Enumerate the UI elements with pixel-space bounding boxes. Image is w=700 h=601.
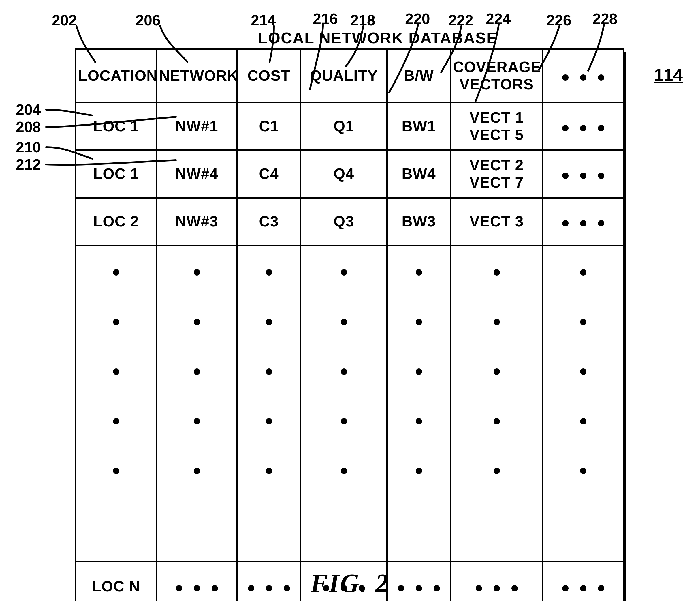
ref-224: 224 bbox=[486, 10, 511, 27]
ref-202: 202 bbox=[52, 11, 77, 29]
cell-bw: BW4 bbox=[387, 150, 451, 198]
ellipsis-icon bbox=[562, 125, 604, 131]
vdots-icon bbox=[240, 269, 298, 558]
ref-212: 212 bbox=[16, 156, 41, 173]
cell-coverage: VECT 2VECT 7 bbox=[451, 150, 543, 198]
col-coverage: COVERAGEVECTORS bbox=[451, 49, 543, 103]
col-location: LOCATION bbox=[76, 49, 156, 103]
ref-206: 206 bbox=[135, 11, 160, 29]
ref-220: 220 bbox=[405, 10, 430, 27]
ellipsis-icon bbox=[562, 172, 604, 179]
col-bw: B/W bbox=[387, 49, 451, 103]
ref-210: 210 bbox=[16, 139, 41, 156]
table-row: LOC 1 NW#1 C1 Q1 BW1 VECT 1VECT 5 bbox=[76, 103, 624, 150]
cell-quality: Q4 bbox=[301, 150, 387, 198]
cell-network: NW#3 bbox=[156, 198, 237, 245]
diagram-title: LOCAL NETWORK DATABASE bbox=[219, 29, 536, 47]
cell-location: LOC 1 bbox=[76, 103, 156, 150]
cell-bw: BW1 bbox=[387, 103, 451, 150]
vdots-icon bbox=[453, 269, 540, 558]
ellipsis-icon bbox=[562, 74, 604, 81]
cell-more bbox=[543, 103, 624, 150]
vdots-icon bbox=[159, 269, 235, 558]
ref-208: 208 bbox=[16, 118, 41, 136]
ref-214: 214 bbox=[251, 11, 276, 29]
ref-228: 228 bbox=[593, 10, 618, 27]
cell-coverage: VECT 3 bbox=[451, 198, 543, 245]
table-row: LOC 2 NW#3 C3 Q3 BW3 VECT 3 bbox=[76, 198, 624, 245]
col-cost: COST bbox=[237, 49, 301, 103]
ref-216: 216 bbox=[313, 10, 338, 27]
cell-cost: C1 bbox=[237, 103, 301, 150]
vdots-icon bbox=[78, 269, 154, 558]
ref-218: 218 bbox=[350, 11, 375, 29]
table-row: LOC 1 NW#4 C4 Q4 BW4 VECT 2VECT 7 bbox=[76, 150, 624, 198]
table-shadow bbox=[623, 52, 626, 601]
ref-204: 204 bbox=[16, 101, 41, 118]
vdots-icon bbox=[303, 269, 384, 558]
ellipsis-icon bbox=[562, 220, 604, 226]
database-table: LOCATION NETWORK COST QUALITY B/W COVERA… bbox=[75, 48, 623, 601]
cell-more bbox=[543, 198, 624, 245]
ref-226: 226 bbox=[546, 11, 571, 29]
header-row: LOCATION NETWORK COST QUALITY B/W COVERA… bbox=[76, 49, 624, 103]
cell-coverage: VECT 1VECT 5 bbox=[451, 103, 543, 150]
col-network: NETWORK bbox=[156, 49, 237, 103]
diagram-stage: LOCAL NETWORK DATABASE 114 202 206 214 2… bbox=[0, 0, 700, 601]
cell-location: LOC 2 bbox=[76, 198, 156, 245]
cell-cost: C3 bbox=[237, 198, 301, 245]
cell-network: NW#4 bbox=[156, 150, 237, 198]
vdots-icon bbox=[545, 269, 621, 558]
ref-222: 222 bbox=[448, 11, 473, 29]
cell-quality: Q3 bbox=[301, 198, 387, 245]
cell-quality: Q1 bbox=[301, 103, 387, 150]
cell-location: LOC 1 bbox=[76, 150, 156, 198]
figure-reference-114: 114 bbox=[654, 65, 683, 85]
vdots-icon bbox=[390, 269, 448, 558]
cell-more bbox=[543, 150, 624, 198]
col-quality: QUALITY bbox=[301, 49, 387, 103]
continuation-row bbox=[76, 245, 624, 561]
cell-bw: BW3 bbox=[387, 198, 451, 245]
cell-cost: C4 bbox=[237, 150, 301, 198]
col-more bbox=[543, 49, 624, 103]
cell-network: NW#1 bbox=[156, 103, 237, 150]
figure-caption: FIG. 2 bbox=[0, 569, 700, 598]
